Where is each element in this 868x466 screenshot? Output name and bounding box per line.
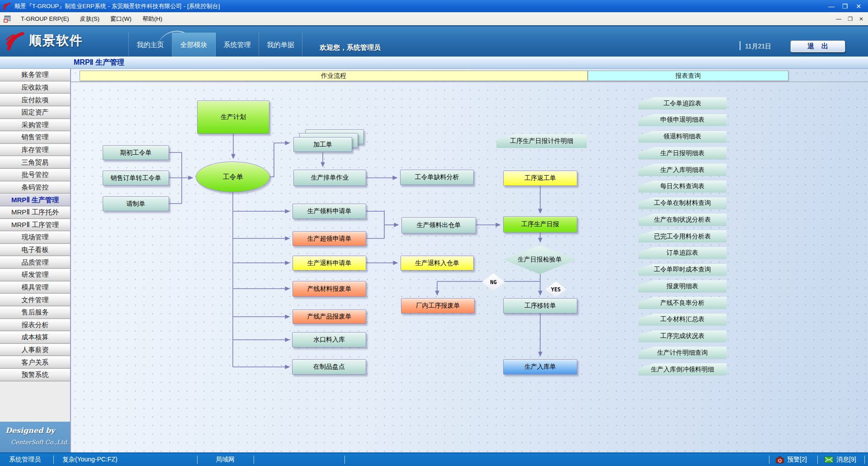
report-button-3[interactable]: 生产日报明细表 bbox=[638, 147, 726, 159]
mdi-minimize-icon[interactable]: — bbox=[836, 16, 841, 22]
flow-node-llcc[interactable]: 生产领料出仓单 bbox=[401, 217, 476, 233]
flow-node-scrb[interactable]: 工序生产日报 bbox=[503, 216, 577, 233]
flow-node-gld[interactable]: 工令单 bbox=[196, 162, 270, 192]
sidebar-item-9[interactable]: 条码管控 bbox=[0, 181, 70, 194]
report-button-4[interactable]: 生产入库明细表 bbox=[638, 164, 726, 176]
sidebar-item-23[interactable]: 客户关系 bbox=[0, 356, 70, 369]
flow-node-cnbf[interactable]: 厂内工序报废单 bbox=[401, 298, 475, 314]
status-alert[interactable]: 预警[2] bbox=[787, 456, 807, 464]
mdi-close-icon[interactable]: ✕ bbox=[859, 16, 863, 22]
sidebar-item-19[interactable]: 售后服务 bbox=[0, 306, 70, 319]
sidebar-item-16[interactable]: 研发管理 bbox=[0, 269, 70, 281]
sidebar-item-11[interactable]: MRPⅡ 工序托外 bbox=[0, 206, 70, 219]
report-button-9[interactable]: 订单追踪表 bbox=[638, 247, 726, 259]
flow-node-tlsq[interactable]: 生产退料申请单 bbox=[292, 256, 366, 271]
report-button-15[interactable]: 生产计件明细查询 bbox=[638, 347, 726, 359]
menu-item-0[interactable]: T-GROUP ERP(E) bbox=[15, 15, 75, 22]
menu-item-1[interactable]: 皮肤(S) bbox=[75, 15, 105, 23]
flow-node-sklrk[interactable]: 水口料入库 bbox=[292, 332, 366, 347]
brand-swoosh-icon bbox=[5, 31, 24, 51]
title-bar: 顺景『T-GROUP』制造业ERP系统 - 东莞顺景软件科技有限公司 - [系统… bbox=[0, 0, 868, 12]
flow-node-zzppd[interactable]: 在制品盘点 bbox=[292, 359, 366, 375]
sidebar-item-0[interactable]: 账务管理 bbox=[0, 69, 70, 81]
sidebar-list: 账务管理应收款项应付款项固定资产采购管理销售管理库存管理三角贸易批号管控条码管控… bbox=[0, 69, 70, 381]
report-button-6[interactable]: 工令单在制材料查询 bbox=[638, 197, 726, 209]
flow-node-cxclbf[interactable]: 产线材料报废单 bbox=[292, 281, 366, 297]
sidebar: 账务管理应收款项应付款项固定资产采购管理销售管理库存管理三角贸易批号管控条码管控… bbox=[0, 69, 71, 452]
sidebar-item-21[interactable]: 成本核算 bbox=[0, 331, 70, 344]
sidebar-item-3[interactable]: 固定资产 bbox=[0, 106, 70, 119]
designed-by-block: Designed by CenterSoft Co.,Ltd. bbox=[0, 422, 70, 452]
report-button-1[interactable]: 申领申退明细表 bbox=[638, 114, 726, 126]
nav-tab-2[interactable]: 系统管理 bbox=[216, 33, 259, 57]
report-button-14[interactable]: 工序完成状况表 bbox=[638, 330, 726, 342]
sidebar-item-4[interactable]: 采购管理 bbox=[0, 119, 70, 132]
minimize-icon[interactable]: — bbox=[825, 1, 838, 11]
mdi-window-controls: — ❐ ✕ bbox=[836, 16, 863, 22]
close-icon[interactable]: ✕ bbox=[852, 1, 865, 11]
flow-node-pdzy[interactable]: 生产排单作业 bbox=[293, 170, 366, 186]
nav-tab-0[interactable]: 我的主页 bbox=[128, 33, 172, 57]
flow-node-clsq[interactable]: 生产超领申请单 bbox=[292, 231, 366, 246]
nav-tabs: 我的主页全部模块系统管理我的单据 bbox=[128, 33, 302, 57]
status-message[interactable]: 消息[9] bbox=[836, 456, 856, 464]
flow-node-yzd[interactable]: 工序移转单 bbox=[503, 298, 577, 314]
sidebar-item-1[interactable]: 应收款项 bbox=[0, 81, 70, 94]
flow-node-qlfx[interactable]: 工令单缺料分析 bbox=[400, 170, 474, 185]
sidebar-item-10[interactable]: MRPⅡ 生产管理 bbox=[0, 194, 70, 206]
report-button-13[interactable]: 工令材料汇总表 bbox=[638, 314, 726, 326]
sidebar-item-22[interactable]: 人事薪资 bbox=[0, 344, 70, 357]
report-button-7[interactable]: 生产在制状况分析表 bbox=[638, 214, 726, 226]
canvas-divider bbox=[71, 81, 868, 82]
flow-node-fgd[interactable]: 工序返工单 bbox=[503, 171, 577, 186]
nav-tab-1[interactable]: 全部模块 bbox=[172, 33, 216, 57]
status-bar: 系统管理员 复杂(Young-PC:FZ) 局域网 预警[2] bbox=[0, 452, 868, 466]
form-icon bbox=[4, 15, 11, 23]
report-button-11[interactable]: 报废明细表 bbox=[638, 280, 726, 292]
menu-item-2[interactable]: 窗口(W) bbox=[105, 15, 137, 23]
menu-items: T-GROUP ERP(E)皮肤(S)窗口(W)帮助(H) bbox=[15, 15, 168, 23]
sidebar-item-6[interactable]: 库存管理 bbox=[0, 144, 70, 157]
flow-node-qzd[interactable]: 请制单 bbox=[103, 196, 169, 211]
sidebar-item-24[interactable]: 预警系统 bbox=[0, 369, 70, 381]
report-button-16[interactable]: 生产入库倒冲领料明细 bbox=[638, 363, 726, 376]
report-button-12[interactable]: 产线不良率分析 bbox=[638, 297, 726, 309]
sidebar-item-2[interactable]: 应付款项 bbox=[0, 94, 70, 106]
sidebar-item-15[interactable]: 品质管理 bbox=[0, 256, 70, 269]
menu-bar: T-GROUP ERP(E)皮肤(S)窗口(W)帮助(H) — ❐ ✕ bbox=[0, 12, 868, 26]
flow-node-scjh[interactable]: 生产计划 bbox=[197, 100, 269, 134]
sidebar-item-18[interactable]: 文件管理 bbox=[0, 294, 70, 306]
sidebar-item-5[interactable]: 销售管理 bbox=[0, 131, 70, 144]
welcome-text: 欢迎您，系统管理员 bbox=[320, 43, 381, 52]
flow-node-xsdd[interactable]: 销售订单转工令单 bbox=[103, 171, 169, 185]
report-button-2[interactable]: 领退料明细表 bbox=[638, 131, 726, 143]
maximize-icon[interactable]: ❐ bbox=[838, 1, 852, 11]
flow-node-rkd[interactable]: 生产入库单 bbox=[503, 359, 577, 375]
sidebar-item-7[interactable]: 三角贸易 bbox=[0, 156, 70, 169]
nav-tab-3[interactable]: 我的单据 bbox=[259, 33, 302, 57]
status-network: 局域网 bbox=[216, 456, 235, 464]
flow-node-jjmx[interactable]: 工序生产日报计件明细 bbox=[496, 134, 587, 148]
sidebar-item-12[interactable]: MRPⅡ 工序管理 bbox=[0, 219, 70, 232]
sidebar-item-13[interactable]: 现场管理 bbox=[0, 231, 70, 244]
mdi-restore-icon[interactable]: ❐ bbox=[848, 16, 853, 22]
menu-item-3[interactable]: 帮助(H) bbox=[137, 15, 168, 23]
report-button-10[interactable]: 工令单即时成本查询 bbox=[638, 264, 726, 276]
banner: 顺景软件 我的主页全部模块系统管理我的单据 欢迎您，系统管理员 11月21日 退… bbox=[0, 25, 868, 57]
report-button-5[interactable]: 每日欠料查询表 bbox=[638, 181, 726, 193]
sidebar-item-20[interactable]: 报表分析 bbox=[0, 319, 70, 332]
sidebar-item-14[interactable]: 电子看板 bbox=[0, 244, 70, 257]
flow-node-jgd[interactable]: 加工单 bbox=[293, 137, 352, 152]
app-logo-icon bbox=[3, 2, 11, 10]
sidebar-item-17[interactable]: 模具管理 bbox=[0, 281, 70, 294]
current-date: 11月21日 bbox=[745, 43, 771, 51]
exit-button[interactable]: 退 出 bbox=[790, 40, 845, 52]
report-button-8[interactable]: 已完工令用料分析表 bbox=[638, 230, 726, 243]
flow-node-qcgld[interactable]: 期初工令单 bbox=[103, 145, 169, 160]
flow-node-cxcpbf[interactable]: 产线产品报废单 bbox=[292, 309, 366, 324]
flow-node-llsq[interactable]: 生产领料申请单 bbox=[292, 204, 366, 219]
sidebar-item-8[interactable]: 批号管控 bbox=[0, 169, 70, 181]
report-button-0[interactable]: 工令单追踪表 bbox=[638, 97, 726, 109]
flow-node-tlrc[interactable]: 生产退料入仓单 bbox=[401, 256, 474, 271]
status-computer: 复杂(Young-PC:FZ) bbox=[62, 456, 118, 464]
